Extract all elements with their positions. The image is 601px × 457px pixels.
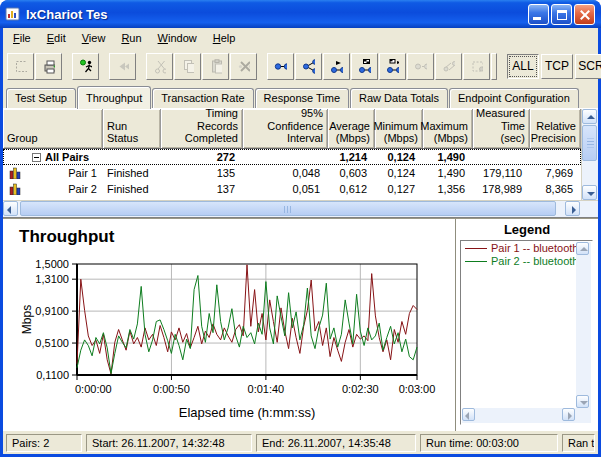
menu-window[interactable]: Window — [150, 29, 205, 47]
group-cell: Pair 2 — [3, 181, 103, 197]
title-bar[interactable]: IxChariot Tes — [0, 0, 601, 28]
svg-text:Elapsed time (h:mm:ss): Elapsed time (h:mm:ss) — [179, 405, 316, 420]
view-tcp-button[interactable]: TCP — [541, 54, 573, 79]
scroll-thumb[interactable] — [20, 201, 556, 216]
tab-strip: Test SetupThroughputTransaction RateResp… — [3, 86, 598, 108]
arrow-down-icon — [580, 401, 588, 405]
edit-pair-button[interactable] — [323, 53, 350, 80]
collapse-icon[interactable] — [32, 153, 41, 162]
legend-label: Pair 1 -- bluetooth1 — [491, 242, 585, 254]
copy-icon — [181, 58, 194, 75]
paste-button[interactable] — [202, 53, 229, 80]
tab-test-setup[interactable]: Test Setup — [6, 88, 76, 108]
legend-panel: Legend Pair 1 -- bluetooth1Pair 2 -- blu… — [455, 219, 598, 431]
run-test-button[interactable] — [72, 53, 99, 80]
column-header-5[interactable]: Minimum (Mbps) — [375, 109, 423, 148]
arrow-up-icon — [580, 247, 588, 251]
print-button[interactable] — [35, 53, 62, 80]
menu-file[interactable]: File — [5, 29, 39, 47]
tab-throughput[interactable]: Throughput — [77, 86, 151, 109]
column-header-2[interactable]: Timing Records Completed — [161, 109, 243, 148]
new-test-icon — [14, 58, 27, 75]
minimize-button[interactable] — [528, 4, 549, 25]
pair-tool-2-button[interactable] — [435, 53, 462, 80]
application-window: IxChariot Tes FileEditViewRunWindowHelp … — [0, 0, 601, 457]
scroll-left-button[interactable] — [3, 201, 18, 216]
pair-chart-icon — [9, 183, 21, 195]
tab-response-time[interactable]: Response Time — [255, 88, 349, 108]
new-test-button[interactable] — [7, 53, 34, 80]
column-header-0[interactable]: Group — [3, 109, 103, 148]
table-horizontal-scrollbar[interactable] — [3, 200, 598, 217]
cell: 0,127 — [375, 181, 423, 197]
scroll-left-button[interactable] — [462, 408, 475, 421]
delete-button[interactable] — [230, 53, 257, 80]
table-header-row: GroupRun StatusTiming Records Completed9… — [3, 109, 581, 149]
table-row-pair-2[interactable]: Pair 2Finished1370,0510,6120,1271,356178… — [3, 181, 581, 197]
scroll-down-button[interactable] — [582, 185, 597, 200]
menu-view[interactable]: View — [74, 29, 114, 47]
table-row-all-pairs[interactable]: All Pairs2721,2140,1241,490 — [3, 149, 581, 165]
compare-pairs-icon — [358, 58, 371, 75]
arrow-right-icon — [572, 206, 576, 214]
maximize-button[interactable] — [551, 4, 572, 25]
print-icon — [42, 58, 55, 75]
tab-raw-data-totals[interactable]: Raw Data Totals — [350, 88, 448, 108]
menu-help[interactable]: Help — [205, 29, 244, 47]
cell: 135 — [161, 165, 243, 181]
scroll-thumb[interactable] — [582, 125, 597, 161]
cell: 0,603 — [328, 165, 375, 181]
view-scr-button[interactable]: SCR — [575, 54, 601, 79]
cut-button[interactable] — [146, 53, 173, 80]
delete-icon — [237, 58, 250, 75]
legend-line-sample — [465, 261, 487, 262]
table-vertical-scrollbar[interactable] — [581, 109, 598, 200]
pair-tool-1-button[interactable] — [407, 53, 434, 80]
results-table: GroupRun StatusTiming Records Completed9… — [3, 108, 598, 218]
column-header-1[interactable]: Run Status — [103, 109, 161, 148]
view-all-button[interactable]: ALL — [507, 54, 539, 79]
cell — [103, 149, 161, 165]
cell: 0,051 — [243, 181, 328, 197]
pair-tool-3-button[interactable] — [463, 53, 490, 80]
column-header-7[interactable]: Measured Time (sec) — [473, 109, 530, 148]
run-test-icon — [79, 58, 92, 75]
menu-run[interactable]: Run — [113, 29, 149, 47]
legend-item[interactable]: Pair 2 -- bluetooth2 — [461, 254, 592, 267]
copy-button[interactable] — [174, 53, 201, 80]
close-button[interactable] — [574, 4, 595, 25]
column-header-3[interactable]: 95% Confidence Interval — [243, 109, 328, 148]
add-pair-button[interactable] — [267, 53, 294, 80]
legend-listbox[interactable]: Pair 1 -- bluetooth1Pair 2 -- bluetooth2 — [460, 240, 593, 425]
cell: 1,214 — [328, 149, 375, 165]
column-header-6[interactable]: Maximum (Mbps) — [423, 109, 473, 148]
toolbar: ALLTCPSCREP1 — [3, 48, 598, 84]
edit-pair-icon — [330, 58, 343, 75]
legend-item[interactable]: Pair 1 -- bluetooth1 — [461, 241, 592, 254]
cut-icon — [153, 58, 166, 75]
rewind-button[interactable] — [109, 53, 136, 80]
svg-text:0:03:00: 0:03:00 — [399, 383, 436, 395]
scroll-right-button[interactable] — [565, 201, 580, 216]
pair-selector-button[interactable] — [491, 53, 497, 80]
table-row-pair-1[interactable]: Pair 1Finished1350,0480,6030,1241,490179… — [3, 165, 581, 181]
add-multicast-group-button[interactable] — [295, 53, 322, 80]
run-options-button[interactable] — [379, 53, 406, 80]
cell: 178,989 — [473, 181, 530, 197]
compare-pairs-button[interactable] — [351, 53, 378, 80]
scroll-up-button[interactable] — [576, 242, 589, 255]
scroll-right-button[interactable] — [562, 408, 575, 421]
svg-text:0:02:30: 0:02:30 — [342, 383, 379, 395]
scroll-up-button[interactable] — [582, 109, 597, 124]
menu-edit[interactable]: Edit — [39, 29, 74, 47]
svg-text:0:00:50: 0:00:50 — [153, 383, 190, 395]
column-header-8[interactable]: Relative Precision — [530, 109, 581, 148]
legend-horizontal-scrollbar[interactable] — [462, 408, 591, 423]
tab-transaction-rate[interactable]: Transaction Rate — [152, 88, 253, 108]
status-field-3: Run time: 00:03:00 — [420, 434, 558, 452]
minimize-icon — [533, 17, 541, 20]
column-header-4[interactable]: Average (Mbps) — [328, 109, 375, 148]
legend-vertical-scrollbar[interactable] — [576, 242, 591, 408]
tab-endpoint-configuration[interactable]: Endpoint Configuration — [449, 88, 579, 108]
scroll-down-button[interactable] — [576, 395, 589, 408]
